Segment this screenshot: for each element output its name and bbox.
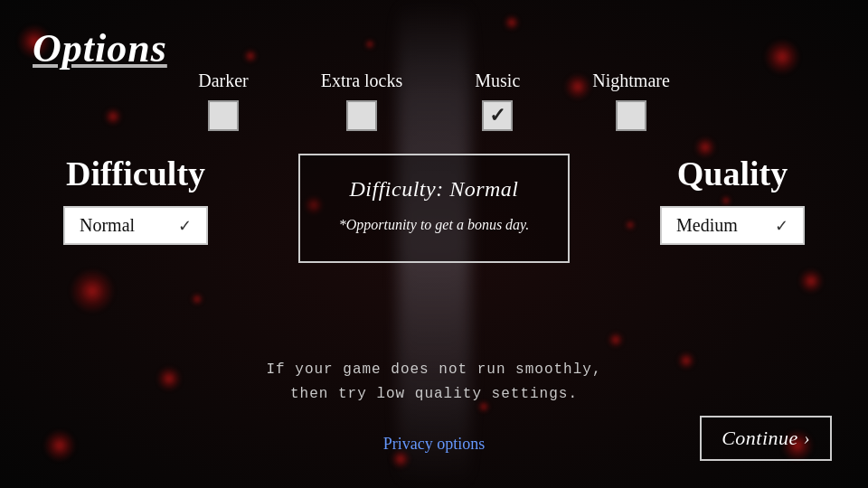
checkbox-darker: Darker xyxy=(198,70,249,131)
checkbox-music-label: Music xyxy=(475,70,520,91)
continue-button-label: Continue xyxy=(722,427,798,450)
info-box-title: Difficulty: Normal xyxy=(326,177,542,202)
checkbox-music-box[interactable] xyxy=(482,100,513,131)
hint-line1: If your game does not run smoothly, xyxy=(0,358,868,382)
hint-line2: then try low quality settings. xyxy=(0,382,868,407)
info-box: Difficulty: Normal *Opportunity to get a… xyxy=(298,154,570,263)
quality-dropdown-arrow: ✓ xyxy=(775,216,788,236)
checkbox-extra-locks-label: Extra locks xyxy=(321,70,403,91)
quality-dropdown[interactable]: Medium ✓ xyxy=(660,206,805,245)
difficulty-dropdown-arrow: ✓ xyxy=(178,216,192,236)
checkbox-nightmare: Nightmare xyxy=(592,70,670,131)
difficulty-selected: Normal xyxy=(80,215,135,236)
main-area: Difficulty Normal ✓ Difficulty: Normal *… xyxy=(0,154,868,263)
continue-arrow-icon: › xyxy=(804,428,810,449)
checkbox-music: Music xyxy=(475,70,520,131)
difficulty-title: Difficulty xyxy=(66,154,205,193)
checkbox-extra-locks-box[interactable] xyxy=(346,100,377,131)
difficulty-dropdown[interactable]: Normal ✓ xyxy=(63,206,208,245)
checkbox-darker-label: Darker xyxy=(198,70,249,91)
hint-text: If your game does not run smoothly, then… xyxy=(0,358,868,407)
quality-section: Quality Medium ✓ xyxy=(633,154,832,245)
checkbox-nightmare-label: Nightmare xyxy=(592,70,670,91)
quality-selected: Medium xyxy=(676,215,738,236)
checkbox-darker-box[interactable] xyxy=(208,100,239,131)
page: Options Darker Extra locks Music Nightma… xyxy=(0,0,868,488)
difficulty-section: Difficulty Normal ✓ xyxy=(36,154,235,245)
page-title: Options xyxy=(33,25,167,71)
continue-button[interactable]: Continue › xyxy=(700,416,832,461)
checkbox-extra-locks: Extra locks xyxy=(321,70,403,131)
checkbox-nightmare-box[interactable] xyxy=(616,100,646,131)
info-box-subtitle: *Opportunity to get a bonus day. xyxy=(326,214,542,236)
quality-title: Quality xyxy=(677,154,788,193)
checkboxes-row: Darker Extra locks Music Nightmare xyxy=(0,70,868,131)
